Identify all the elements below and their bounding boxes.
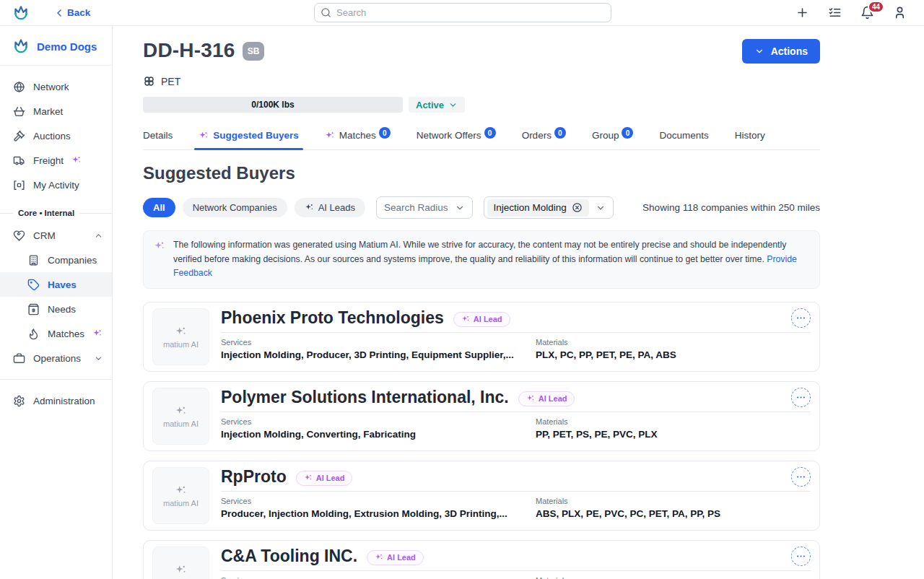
filter-row: All Network Companies AI Leads Search Ra… (143, 196, 820, 219)
sidebar-divider (0, 379, 112, 380)
owner-badge: SB (243, 42, 265, 61)
sidebar-item-crm[interactable]: CRM (0, 223, 112, 248)
sparkles-icon (304, 474, 313, 482)
tab-network-offers[interactable]: Network Offers 0 (417, 125, 496, 149)
filter-pill-ai-leads[interactable]: AI Leads (295, 198, 365, 217)
sidebar-item-freight[interactable]: Freight (0, 148, 112, 173)
divider (221, 332, 811, 333)
chevron-left-icon (53, 7, 65, 19)
tab-group[interactable]: Group 0 (592, 125, 634, 149)
notification-badge: 44 (868, 1, 884, 13)
tab-documents[interactable]: Documents (659, 125, 708, 149)
notifications-button[interactable]: 44 (860, 6, 874, 19)
ellipsis-icon (796, 471, 806, 482)
company-thumbnail: matium AI (152, 308, 209, 365)
building-icon (27, 254, 40, 266)
create-button[interactable] (796, 6, 809, 19)
card-menu-button[interactable] (791, 388, 811, 407)
ai-disclaimer: The following information was generated … (143, 230, 820, 289)
services-value: Producer, Injection Molding, Extrusion M… (221, 508, 536, 519)
sparkles-icon (92, 328, 103, 339)
sidebar-item-network[interactable]: Network (0, 74, 112, 99)
sparkles-icon (199, 131, 209, 141)
company-card[interactable]: matium AI RpProto AI Lead Services (143, 461, 820, 531)
ai-lead-badge: AI Lead (367, 550, 424, 565)
sidebar-nav: Network Market Auctions Freight My Activ… (0, 66, 112, 197)
ellipsis-icon (796, 313, 806, 323)
org-switcher[interactable]: Demo Dogs (0, 27, 112, 66)
filter-pill-all[interactable]: All (143, 198, 175, 217)
main-area: DD-H-316 SB Actions PET 0/100K lbs Activ… (113, 26, 924, 579)
company-card[interactable]: matium AI C&A Tooling INC. AI Lead (143, 540, 820, 579)
card-menu-button[interactable] (791, 547, 811, 566)
remove-filter-icon[interactable] (572, 202, 583, 213)
chevron-down-icon (596, 203, 606, 213)
chevron-down-icon (448, 100, 458, 110)
company-name: Polymer Solutions International, Inc. (221, 388, 509, 407)
tab-count-badge: 0 (622, 127, 633, 139)
divider (221, 491, 811, 492)
sparkles-icon (175, 326, 187, 338)
flame-icon (27, 328, 40, 340)
company-card[interactable]: matium AI Polymer Solutions Internationa… (143, 381, 820, 451)
tab-history[interactable]: History (735, 125, 765, 149)
account-button[interactable] (893, 6, 907, 19)
chevron-icon (94, 231, 103, 240)
sidebar-item-administration[interactable]: Administration (0, 388, 112, 413)
sidebar-item-needs[interactable]: Needs (0, 297, 112, 321)
topbar-icons: 44 (796, 6, 907, 19)
company-card[interactable]: matium AI Phoenix Proto Technologies AI … (143, 302, 820, 372)
actions-button[interactable]: Actions (742, 39, 820, 64)
sidebar-item-operations[interactable]: Operations (0, 346, 112, 370)
sidebar-item-haves[interactable]: Haves (0, 272, 112, 297)
tab-suggested-buyers[interactable]: Suggested Buyers (199, 125, 299, 149)
matium-logo-icon[interactable] (12, 4, 30, 22)
service-filter-dropdown[interactable]: Injection Molding (484, 196, 614, 219)
section-heading: Suggested Buyers (143, 163, 820, 183)
user-icon (893, 6, 907, 19)
gavel-icon (13, 130, 25, 142)
company-thumbnail: matium AI (152, 547, 209, 579)
sidebar-item-companies[interactable]: Companies (0, 248, 112, 272)
sidebar-item-matches[interactable]: Matches (0, 321, 112, 346)
material-icon (143, 75, 155, 87)
org-logo-icon (12, 37, 30, 56)
tab-matches[interactable]: Matches 0 (325, 125, 391, 149)
sidebar-item-auctions[interactable]: Auctions (0, 123, 112, 148)
materials-label: Materials (536, 338, 811, 347)
global-search (314, 3, 611, 22)
briefcase-icon (13, 352, 25, 365)
sparkles-icon (175, 484, 187, 497)
materials-label: Materials (536, 497, 811, 505)
back-button[interactable]: Back (53, 7, 90, 19)
tab-orders[interactable]: Orders 0 (522, 125, 566, 149)
results-summary: Showing 118 companies within 250 miles (642, 202, 820, 213)
materials-value: PP, PET, PS, PE, PVC, PLX (536, 429, 811, 440)
card-menu-button[interactable] (791, 467, 811, 487)
sparkles-icon (175, 564, 187, 576)
card-menu-button[interactable] (791, 308, 811, 328)
sparkles-icon (325, 131, 335, 141)
materials-label: Materials (536, 576, 811, 579)
search-input[interactable] (314, 3, 611, 22)
org-name: Demo Dogs (37, 40, 97, 53)
quantity-progress-bar: 0/100K lbs (143, 97, 403, 113)
status-dropdown[interactable]: Active (409, 97, 465, 113)
plus-icon (796, 6, 809, 19)
company-name: Phoenix Proto Technologies (221, 308, 444, 328)
company-thumbnail: matium AI (152, 467, 209, 524)
tab-details[interactable]: Details (143, 125, 173, 149)
services-value: Injection Molding, Producer, 3D Printing… (221, 349, 536, 360)
tab-count-badge: 0 (554, 127, 566, 139)
activity-icon (13, 179, 25, 191)
tasks-button[interactable] (828, 6, 842, 19)
sidebar-item-market[interactable]: Market (0, 99, 112, 123)
filter-pill-network-companies[interactable]: Network Companies (183, 198, 287, 217)
services-label: Services (221, 417, 536, 426)
ai-lead-badge: AI Lead (518, 391, 575, 406)
material-tag: PET (143, 75, 820, 87)
search-radius-dropdown[interactable]: Search Radius (376, 196, 473, 219)
globe-icon (13, 81, 25, 93)
sidebar-item-my-activity[interactable]: My Activity (0, 173, 112, 197)
sidebar: Demo Dogs Network Market Auctions Freigh… (0, 27, 113, 579)
